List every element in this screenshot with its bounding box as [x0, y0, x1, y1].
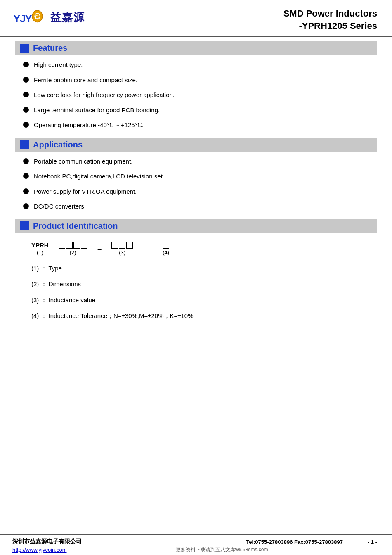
feature-item-2: Ferrite bobbin core and compact size. — [34, 76, 137, 85]
footer: 深圳市益嘉源电子有限公司 Tel:0755-27803896 Fax:0755-… — [0, 534, 392, 555]
title-line2: -YPRH1205 Series — [283, 20, 377, 32]
pid-box — [163, 242, 169, 249]
product-id-header: Product Identification — [15, 219, 377, 233]
list-item: Low core loss for high frequency power a… — [23, 90, 377, 100]
bullet-icon — [23, 62, 29, 67]
list-item: Operating temperature:-40℃ ~ +125℃. — [23, 121, 377, 130]
pid-dash-group: − — [97, 245, 102, 256]
main-content: Features High current type. Ferrite bobb… — [0, 37, 392, 534]
app-item-3: Power supply for VTR,OA equipment. — [34, 187, 137, 197]
page-wrapper: Y J Y C 益嘉源 SMD Power Inductors -YPRH120… — [0, 0, 392, 555]
footer-watermark: 更多资料下载请到五八文库wk.58sms.com — [67, 546, 378, 553]
applications-title: Applications — [33, 140, 83, 149]
bullet-icon — [23, 188, 29, 194]
features-title: Features — [33, 43, 67, 53]
footer-row2: http://www.yjycoin.com 更多资料下载请到五八文库wk.58… — [12, 546, 377, 553]
pid-group-1: YPRH (1) — [31, 242, 49, 256]
pid-box — [73, 242, 80, 249]
pid-box — [111, 242, 118, 249]
bullet-icon — [23, 77, 29, 83]
pid-detail-colon-1: ： — [41, 265, 47, 272]
pid-detail-desc-2: Dimensions — [49, 280, 81, 287]
pid-box — [59, 242, 65, 249]
pid-detail-num-4: (4) — [31, 312, 39, 319]
footer-row1: 深圳市益嘉源电子有限公司 Tel:0755-27803896 Fax:0755-… — [12, 538, 377, 546]
bullet-icon — [23, 203, 29, 209]
pid-num-1: (1) — [37, 249, 43, 256]
pid-group-2: (2) — [59, 242, 87, 256]
pid-boxes-2 — [59, 242, 87, 249]
pid-boxes-3 — [111, 242, 133, 249]
product-id-diagram: YPRH (1) (2) − — [31, 242, 377, 256]
header: Y J Y C 益嘉源 SMD Power Inductors -YPRH120… — [0, 0, 392, 37]
applications-header: Applications — [15, 138, 377, 152]
pid-detail-row-4: (4) ： Inductance Tolerance；N=±30%,M=±20%… — [31, 311, 377, 321]
list-item: Ferrite bobbin core and compact size. — [23, 76, 377, 85]
pid-detail-colon-2: ： — [41, 280, 47, 287]
pid-detail-row-3: (3) ： Inductance value — [31, 296, 377, 305]
pid-detail-desc-3: Inductance value — [49, 296, 95, 304]
pid-box — [126, 242, 133, 249]
bullet-icon — [23, 122, 29, 128]
pid-detail-num-1: (1) — [31, 265, 39, 272]
bullet-icon — [23, 92, 29, 97]
pid-box — [81, 242, 87, 249]
logo-text-cn: 益嘉源 — [50, 10, 85, 25]
pid-detail-colon-3: ： — [41, 296, 47, 304]
feature-item-3: Low core loss for high frequency power a… — [34, 90, 175, 100]
app-item-4: DC/DC converters. — [34, 202, 86, 211]
list-item: DC/DC converters. — [23, 202, 377, 211]
list-item: Power supply for VTR,OA equipment. — [23, 187, 377, 197]
product-id-title: Product Identification — [33, 221, 118, 231]
applications-list: Portable communication equipment. Notebo… — [23, 157, 377, 211]
title-line1: SMD Power Inductors — [283, 7, 377, 20]
pid-num-3: (3) — [119, 249, 125, 256]
pid-num-4: (4) — [163, 249, 169, 256]
list-item: Notebook PC,digital camera,LCD televisio… — [23, 172, 377, 181]
pid-detail-num-2: (2) — [31, 280, 39, 287]
logo-icon: Y J Y C — [12, 7, 45, 27]
logo-area: Y J Y C 益嘉源 — [12, 7, 85, 27]
pid-num-2: (2) — [70, 249, 76, 256]
footer-company: 深圳市益嘉源电子有限公司 — [12, 538, 82, 546]
features-header: Features — [15, 41, 377, 55]
pid-detail-colon-4: ： — [41, 312, 47, 319]
applications-section: Applications Portable communication equi… — [15, 138, 377, 211]
footer-url[interactable]: http://www.yjycoin.com — [12, 547, 67, 553]
product-id-square-icon — [20, 221, 29, 230]
svg-text:Y: Y — [25, 12, 32, 25]
pid-group-3: (3) — [111, 242, 133, 256]
applications-square-icon — [20, 140, 29, 149]
bullet-icon — [23, 107, 29, 113]
pid-boxes-4 — [163, 242, 169, 249]
features-section: Features High current type. Ferrite bobb… — [15, 41, 377, 130]
list-item: Large terminal surface for good PCB bond… — [23, 106, 377, 115]
footer-page: - 1 - — [368, 539, 377, 545]
list-item: High current type. — [23, 60, 377, 70]
pid-dash: − — [97, 245, 102, 254]
footer-contact: Tel:0755-27803896 Fax:0755-27803897 — [246, 539, 343, 545]
features-square-icon — [20, 44, 29, 53]
pid-details: (1) ： Type (2) ： Dimensions (3) ： Induct… — [31, 264, 377, 321]
pid-detail-row-2: (2) ： Dimensions — [31, 280, 377, 289]
pid-detail-desc-4: Inductance Tolerance；N=±30%,M=±20%，K=±10… — [49, 312, 194, 319]
app-item-1: Portable communication equipment. — [34, 157, 132, 166]
pid-detail-row-1: (1) ： Type — [31, 264, 377, 273]
list-item: Portable communication equipment. — [23, 157, 377, 166]
pid-code: YPRH — [31, 242, 49, 249]
bullet-icon — [23, 158, 29, 164]
header-title: SMD Power Inductors -YPRH1205 Series — [283, 7, 377, 32]
bullet-icon — [23, 173, 29, 179]
app-item-2: Notebook PC,digital camera,LCD televisio… — [34, 172, 164, 181]
feature-item-5: Operating temperature:-40℃ ~ +125℃. — [34, 121, 144, 130]
pid-group-4: (4) — [163, 242, 169, 256]
features-list: High current type. Ferrite bobbin core a… — [23, 60, 377, 130]
feature-item-1: High current type. — [34, 60, 83, 70]
pid-detail-desc-1: Type — [48, 265, 62, 272]
pid-box — [119, 242, 125, 249]
feature-item-4: Large terminal surface for good PCB bond… — [34, 106, 160, 115]
product-id-section: Product Identification YPRH (1) — [15, 219, 377, 321]
pid-box — [66, 242, 73, 249]
pid-detail-num-3: (3) — [31, 296, 39, 304]
pid-prefix-label: YPRH — [31, 242, 49, 249]
